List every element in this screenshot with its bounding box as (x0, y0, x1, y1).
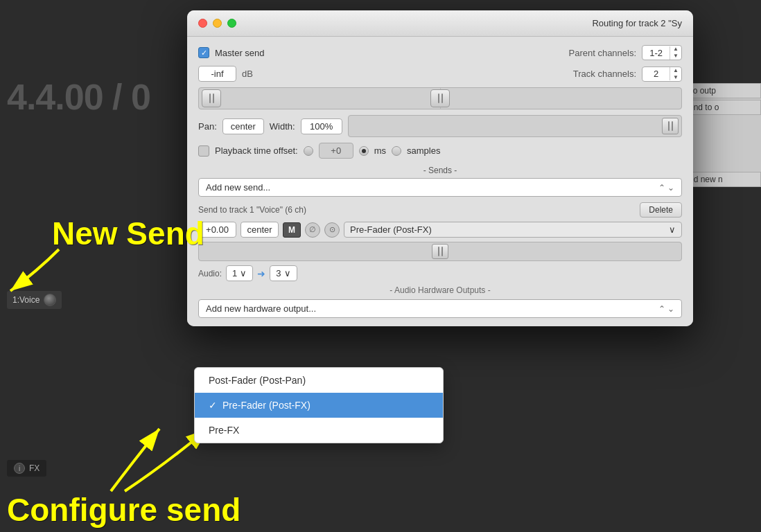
add-hardware-output-dropdown[interactable]: Add new hardware output... ⌃ ⌄ (198, 299, 682, 318)
parent-channels-down[interactable]: ▼ (673, 53, 679, 60)
parent-channels-label: Parent channels: (569, 48, 637, 58)
track-channels-value: 2 (642, 67, 670, 80)
track-name: 1:Voice (12, 295, 40, 305)
width-input[interactable]: 100% (301, 118, 342, 134)
ms-label: ms (374, 145, 386, 156)
master-send-row: ✓ Master send Parent channels: 1-2 ▲ ▼ (198, 45, 682, 60)
send-mode-dropdown[interactable]: Pre-Fader (Post-FX) ∨ (344, 222, 682, 238)
routing-dialog: Routing for track 2 "Sy ✓ Master send Pa… (187, 10, 693, 326)
pan-label: Pan: (198, 121, 217, 132)
master-send-label: Master send (215, 48, 265, 58)
track-channels-spinner[interactable]: 2 ▲ ▼ (642, 66, 682, 82)
add-hw-dropdown-arrow-icon: ⌃ ⌄ (658, 304, 674, 314)
mute-button[interactable]: M (283, 222, 301, 238)
fader-line (668, 121, 670, 131)
dropdown-item-pre-fader[interactable]: ✓ Pre-Fader (Post-FX) (195, 393, 443, 418)
track-knob[interactable] (44, 294, 56, 306)
audio-ch1-arrow-icon: ∨ (240, 268, 247, 278)
send-fader-handle[interactable] (432, 244, 448, 259)
stereo-button[interactable]: ⊙ (324, 222, 340, 238)
close-button[interactable] (198, 19, 207, 28)
add-hw-text: Add new hardware output... (206, 303, 316, 314)
playback-radio-ms[interactable] (359, 146, 369, 156)
add-new-send-dropdown[interactable]: Add new send... ⌃ ⌄ (198, 178, 682, 197)
send-track-header: Send to track 1 "Voice" (6 ch) Delete (198, 202, 682, 218)
offset-input[interactable]: +0 (319, 143, 353, 159)
hw-outputs-section-label: - Audio Hardware Outputs - (198, 285, 682, 295)
daw-track-label[interactable]: 1:Voice (7, 291, 62, 309)
track-channels-label: Track channels: (573, 69, 636, 79)
send-controls-row: +0.00 center M ∅ ⊙ Pre-Fader (Post-FX) ∨ (198, 222, 682, 238)
db-row: -inf dB Track channels: 2 ▲ ▼ (198, 66, 682, 82)
parent-channels-value: 1-2 (642, 46, 670, 60)
phase-button[interactable]: ∅ (305, 222, 320, 238)
maximize-button[interactable] (227, 19, 236, 28)
audio-row: Audio: 1 ∨ ➜ 3 ∨ (198, 265, 682, 281)
playback-label: Playback time offset: (215, 145, 298, 156)
fader-handle-left[interactable] (202, 89, 221, 107)
fader-line (672, 121, 673, 131)
sends-section-label: - Sends - (198, 166, 682, 175)
audio-ch2-dropdown[interactable]: 3 ∨ (270, 265, 297, 281)
fx-label-text: FX (29, 463, 40, 473)
send-mode-text: Pre-Fader (Post-FX) (350, 224, 432, 235)
fader-line (438, 247, 439, 256)
audio-ch2-arrow-icon: ∨ (284, 268, 291, 278)
main-fader[interactable] (198, 87, 682, 109)
playback-radio-samples[interactable] (392, 146, 401, 156)
pan-fader[interactable] (348, 115, 682, 137)
fader-line (213, 94, 214, 103)
db-unit-label: dB (242, 69, 253, 79)
fader-line (441, 247, 443, 256)
pan-width-row: Pan: center Width: 100% (198, 115, 682, 137)
parent-channels-spinner[interactable]: 1-2 ▲ ▼ (642, 45, 682, 60)
playback-radio-1[interactable] (304, 146, 313, 156)
dropdown-item-pre-fx[interactable]: Pre-FX (195, 418, 443, 443)
audio-arrow-icon: ➜ (257, 268, 265, 279)
daw-fx-label[interactable]: i FX (7, 460, 46, 477)
audio-ch1-dropdown[interactable]: 1 ∨ (226, 265, 253, 281)
fader-line (438, 94, 439, 103)
parent-channels-up[interactable]: ▲ (673, 46, 679, 53)
fx-circle-icon: i (14, 463, 25, 474)
pan-fader-handle[interactable] (662, 118, 679, 134)
dropdown-item-post-fader[interactable]: Post-Fader (Post-Pan) (195, 368, 443, 393)
dialog-titlebar: Routing for track 2 "Sy (187, 10, 693, 37)
send-volume-input[interactable]: +0.00 (198, 222, 236, 238)
dialog-title: Routing for track 2 "Sy (465, 18, 683, 28)
send-track-label: Send to track 1 "Voice" (6 ch) (198, 205, 306, 215)
track-channels-down[interactable]: ▼ (673, 74, 679, 81)
fader-line (209, 94, 211, 103)
dialog-body: ✓ Master send Parent channels: 1-2 ▲ ▼ -… (187, 37, 693, 326)
master-send-checkbox[interactable]: ✓ (198, 47, 209, 58)
width-label: Width: (270, 121, 295, 132)
samples-label: samples (407, 145, 440, 156)
send-pan-input[interactable]: center (240, 222, 279, 238)
track-channels-up[interactable]: ▲ (673, 67, 679, 74)
send-fader[interactable] (198, 242, 682, 261)
send-mode-arrow-icon: ∨ (669, 224, 676, 235)
delete-button[interactable]: Delete (640, 202, 682, 218)
playback-checkbox[interactable] (198, 145, 209, 157)
minimize-button[interactable] (213, 19, 222, 28)
fader-handle-center[interactable] (430, 89, 450, 107)
send-mode-popup: Post-Fader (Post-Pan) ✓ Pre-Fader (Post-… (194, 367, 444, 443)
add-send-dropdown-arrow-icon: ⌃ ⌄ (658, 183, 674, 193)
playback-row: Playback time offset: +0 ms samples (198, 143, 682, 159)
audio-ch1-value: 1 (232, 268, 237, 278)
db-input[interactable]: -inf (198, 66, 236, 82)
audio-label: Audio: (198, 269, 222, 278)
audio-ch2-value: 3 (276, 268, 281, 278)
fader-line (441, 94, 443, 103)
add-new-send-text: Add new send... (206, 182, 270, 193)
daw-version-text: 4.4.00 / 0 (7, 76, 150, 118)
pan-input[interactable]: center (222, 118, 264, 134)
